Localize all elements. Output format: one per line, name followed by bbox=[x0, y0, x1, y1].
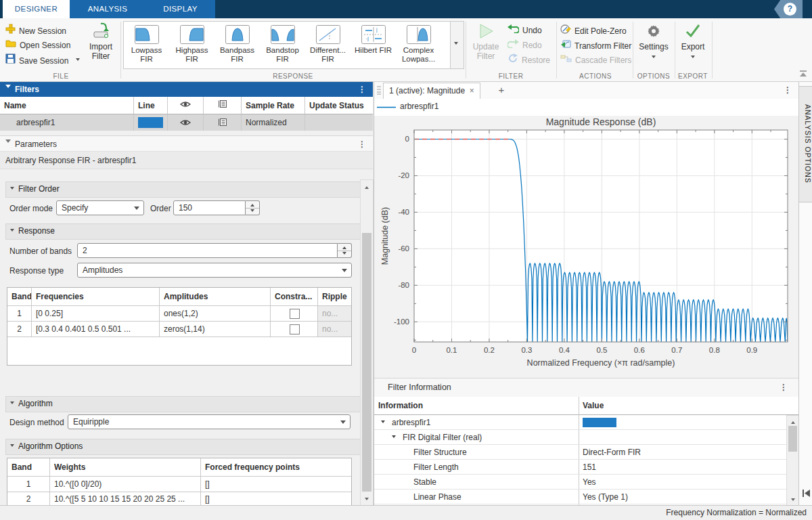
info-row[interactable]: arbrespfir1 bbox=[374, 415, 798, 430]
information-col-header[interactable]: Information bbox=[378, 398, 423, 413]
scrollbar-thumb[interactable] bbox=[362, 233, 371, 492]
tab-magnitude[interactable]: 1 (active): Magnitude × bbox=[383, 83, 480, 100]
weights-col-header[interactable]: Weights bbox=[50, 458, 201, 476]
filter-order-section-header[interactable]: Filter Order bbox=[5, 181, 363, 198]
band-cell[interactable]: 1 bbox=[7, 477, 50, 492]
annotation-toggle[interactable] bbox=[204, 114, 242, 131]
col-header-sample-rate[interactable]: Sample Rate bbox=[242, 97, 305, 114]
scroll-down-icon[interactable] bbox=[361, 495, 373, 504]
info-row[interactable]: Stable Yes bbox=[374, 475, 798, 490]
col-header-name[interactable]: Name bbox=[0, 97, 134, 114]
number-of-bands-spinner[interactable] bbox=[338, 243, 352, 258]
order-input[interactable]: 150 bbox=[173, 200, 246, 215]
lowpass-fir-button[interactable]: Lowpass FIR bbox=[124, 22, 169, 68]
hilbert-fir-button[interactable]: j-j Hilbert FIR bbox=[351, 22, 396, 68]
algorithm-options-section-header[interactable]: Algorithm Options bbox=[5, 439, 363, 455]
parameters-panel-header[interactable]: Parameters ⋮ bbox=[0, 135, 373, 152]
band-col-header[interactable]: Band bbox=[7, 458, 50, 476]
highpass-fir-button[interactable]: Highpass FIR bbox=[169, 22, 215, 68]
update-filter-button[interactable]: Update Filter bbox=[468, 22, 503, 61]
constrained-checkbox[interactable] bbox=[290, 309, 300, 319]
filter-row-arbrespfir1[interactable]: arbrespfir1 Normalized bbox=[0, 114, 373, 131]
filter-information-header[interactable]: Filter Information ⋮ bbox=[374, 378, 798, 398]
ripple-col-header[interactable]: Ripple bbox=[318, 288, 351, 305]
open-session-button[interactable]: Open Session bbox=[5, 39, 70, 53]
col-header-line[interactable]: Line bbox=[134, 97, 168, 114]
number-of-bands-input[interactable]: 2 bbox=[77, 243, 338, 258]
value-col-header[interactable]: Value bbox=[583, 398, 604, 413]
parameters-menu-button[interactable]: ⋮ bbox=[358, 140, 366, 148]
order-mode-combo[interactable]: Specify bbox=[56, 200, 144, 215]
amplitudes-cell[interactable]: ones(1,2) bbox=[160, 306, 271, 321]
forced-points-cell[interactable]: [] bbox=[201, 492, 351, 506]
line-color-cell[interactable] bbox=[134, 114, 168, 131]
col-header-update-status[interactable]: Update Status bbox=[305, 97, 373, 114]
amplitudes-col-header[interactable]: Amplitudes bbox=[160, 288, 271, 305]
filters-panel-header[interactable]: Filters ⋮ bbox=[0, 82, 373, 97]
amplitudes-cell[interactable]: zeros(1,14) bbox=[160, 322, 271, 337]
transform-filter-button[interactable]: Transform Filter bbox=[560, 39, 631, 53]
order-spinner[interactable] bbox=[246, 200, 260, 215]
col-header-visibility[interactable] bbox=[168, 97, 204, 114]
forced-points-cell[interactable]: [] bbox=[201, 477, 351, 492]
complex-lowpass-fir-button[interactable]: Complex Lowpas... bbox=[396, 22, 441, 68]
filter-info-menu-button[interactable]: ⋮ bbox=[780, 383, 788, 391]
response-type-combo[interactable]: Amplitudes bbox=[77, 263, 352, 278]
export-button[interactable]: Export bbox=[677, 22, 709, 62]
import-filter-button[interactable]: Import Filter bbox=[83, 22, 119, 61]
scroll-up-icon[interactable] bbox=[361, 181, 373, 191]
band-col-header[interactable]: Band bbox=[7, 288, 32, 305]
info-row[interactable]: Linear Phase Yes (Type 1) bbox=[374, 490, 798, 504]
bandpass-fir-button[interactable]: Bandpass FIR bbox=[215, 22, 260, 68]
response-section-header[interactable]: Response bbox=[5, 223, 363, 240]
restore-button[interactable]: Restore bbox=[508, 53, 550, 68]
scroll-up-icon[interactable] bbox=[787, 416, 798, 426]
band-cell[interactable]: 2 bbox=[7, 492, 50, 506]
save-session-dropdown-icon[interactable] bbox=[76, 58, 80, 63]
collapse-panel-button[interactable] bbox=[801, 488, 811, 500]
filter-info-scrollbar[interactable] bbox=[786, 415, 799, 506]
frequencies-cell[interactable]: [0.3 0.4 0.401 0.5 0.501 ... bbox=[32, 322, 160, 337]
settings-button[interactable]: Settings bbox=[636, 22, 671, 62]
visibility-toggle[interactable] bbox=[168, 114, 204, 131]
expander-icon[interactable] bbox=[392, 435, 396, 440]
forced-points-col-header[interactable]: Forced frequency points bbox=[201, 458, 351, 476]
constrained-col-header[interactable]: Constra... bbox=[271, 288, 318, 305]
tab-display-options[interactable]: DISPLAY OPTIONS bbox=[145, 0, 215, 18]
response-gallery-dropdown[interactable] bbox=[450, 21, 464, 69]
analysis-options-tab[interactable]: ANALYSIS OPTIONS bbox=[799, 86, 812, 202]
info-row[interactable]: FIR Digital Filter (real) bbox=[374, 430, 798, 445]
weights-cell[interactable]: 10.^([0 0]/20) bbox=[50, 477, 201, 492]
cascade-filters-button[interactable]: Cascade Filters bbox=[560, 53, 631, 68]
undo-button[interactable]: Undo bbox=[508, 24, 542, 38]
frequencies-cell[interactable]: [0 0.25] bbox=[32, 306, 160, 321]
info-row[interactable]: Filter Structure Direct-Form FIR bbox=[374, 445, 798, 460]
close-icon[interactable]: × bbox=[470, 86, 474, 95]
new-session-button[interactable]: New Session bbox=[5, 24, 66, 38]
filters-menu-button[interactable]: ⋮ bbox=[358, 85, 366, 93]
differentiator-fir-button[interactable]: Different... FIR bbox=[305, 22, 351, 68]
edit-pole-zero-button[interactable]: Edit Pole-Zero bbox=[560, 24, 627, 38]
tab-designer[interactable]: DESIGNER bbox=[3, 0, 70, 18]
frequencies-col-header[interactable]: Frequencies bbox=[32, 288, 160, 305]
info-row[interactable]: Filter Length 151 bbox=[374, 460, 798, 475]
collapse-ribbon-button[interactable] bbox=[798, 70, 808, 79]
save-session-button[interactable]: Save Session bbox=[5, 53, 80, 68]
help-button[interactable]: ? bbox=[774, 0, 803, 18]
constrained-checkbox[interactable] bbox=[290, 324, 300, 334]
tab-analysis[interactable]: ANALYSIS bbox=[70, 0, 145, 18]
magnitude-response-plot[interactable]: 00.10.20.30.40.50.60.70.80.90-20-40-60-8… bbox=[374, 116, 798, 378]
weights-cell[interactable]: 10.^([5 5 10 10 15 15 20 20 25 25 ... bbox=[50, 492, 201, 506]
scrollbar-thumb[interactable] bbox=[788, 426, 797, 452]
scroll-down-icon[interactable] bbox=[787, 496, 798, 505]
design-method-combo[interactable]: Equiripple bbox=[68, 414, 351, 429]
figure-menu-button[interactable]: ⋮ bbox=[784, 86, 792, 94]
algorithm-section-header[interactable]: Algorithm bbox=[5, 396, 363, 412]
bandstop-fir-button[interactable]: Bandstop FIR bbox=[260, 22, 305, 68]
expander-icon[interactable] bbox=[381, 420, 385, 425]
add-tab-button[interactable]: + bbox=[495, 84, 508, 95]
band-cell[interactable]: 2 bbox=[7, 322, 32, 337]
band-cell[interactable]: 1 bbox=[7, 306, 32, 321]
redo-button[interactable]: Redo bbox=[508, 39, 542, 53]
col-header-annotation[interactable] bbox=[204, 97, 242, 114]
